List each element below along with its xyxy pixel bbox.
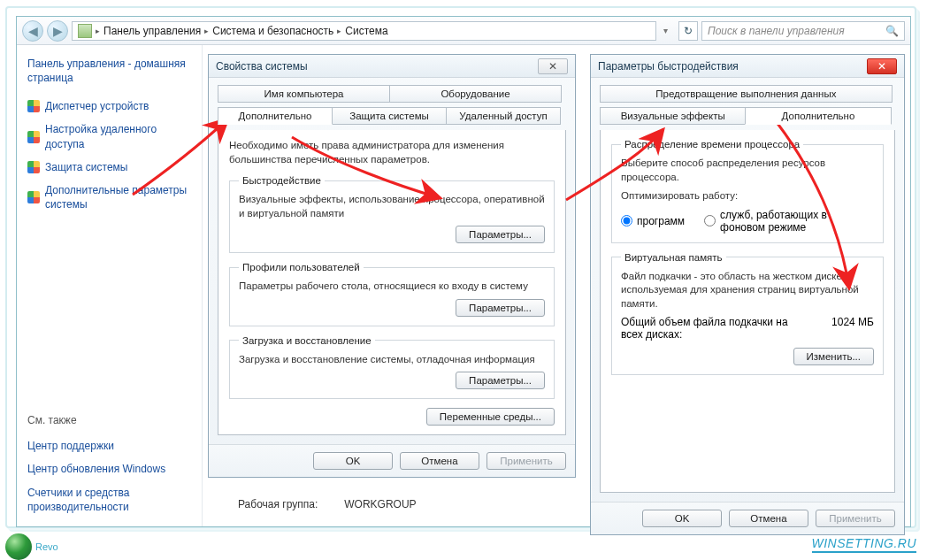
chevron-right-icon: ▸: [204, 27, 209, 35]
startup-recovery-settings-button[interactable]: Параметры...: [456, 372, 545, 389]
search-icon: 🔍: [885, 25, 899, 37]
ok-button[interactable]: OK: [313, 452, 393, 470]
cpu-scheduling-group: Распределение времени процессора Выберит…: [611, 139, 884, 243]
tabs-row-top: Имя компьютера Оборудование: [218, 85, 566, 103]
tab-computer-name[interactable]: Имя компьютера: [218, 85, 390, 103]
tab-remote[interactable]: Удаленный доступ: [446, 107, 561, 125]
radio-programs[interactable]: программ: [621, 215, 685, 227]
user-profiles-desc: Параметры рабочего стола, относящиеся ко…: [239, 280, 545, 294]
control-panel-home-link[interactable]: Панель управления - домашняя страница: [27, 58, 191, 85]
apply-button[interactable]: Применить: [816, 510, 895, 527]
cpu-scheduling-desc: Выберите способ распределения ресурсов п…: [621, 157, 874, 184]
startup-recovery-legend: Загрузка и восстановление: [239, 335, 375, 346]
watermark: WINSETTING.RU: [812, 536, 917, 553]
sidebar-link-action-center[interactable]: Центр поддержки: [27, 439, 191, 453]
sidebar-link-perf-tools[interactable]: Счетчики и средства производительности: [27, 486, 191, 514]
refresh-button[interactable]: ↻: [678, 21, 698, 41]
workgroup-row: Рабочая группа: WORKGROUP: [238, 498, 417, 510]
performance-desc: Визуальные эффекты, использование процес…: [239, 193, 545, 220]
tab-visual-effects[interactable]: Визуальные эффекты: [600, 107, 746, 125]
change-button[interactable]: Изменить...: [793, 348, 874, 365]
body-area: Панель управления - домашняя страница Ди…: [17, 45, 910, 526]
breadcrumb-security[interactable]: Система и безопасность: [212, 25, 333, 37]
dialog-title: Свойства системы: [216, 60, 308, 73]
virtual-memory-group: Виртуальная память Файл подкачки - это о…: [611, 252, 884, 376]
dialog-titlebar: Параметры быстродействия ✕: [591, 55, 904, 78]
startup-recovery-desc: Загрузка и восстановление системы, отлад…: [239, 353, 545, 367]
admin-note: Необходимо иметь права администратора дл…: [229, 139, 555, 166]
virtual-memory-legend: Виртуальная память: [621, 252, 726, 263]
tab-dep[interactable]: Предотвращение выполнения данных: [600, 85, 893, 103]
back-button[interactable]: ◀: [22, 20, 43, 42]
ok-button[interactable]: OK: [642, 510, 722, 527]
control-panel-icon: [78, 24, 92, 38]
sidebar-item-system-protection[interactable]: Защита системы: [27, 160, 191, 174]
dropdown-chevron-icon[interactable]: ▾: [663, 26, 668, 35]
tab-hardware[interactable]: Оборудование: [389, 85, 562, 103]
sidebar-item-advanced-settings[interactable]: Дополнительные параметры системы: [27, 183, 191, 211]
see-also-heading: См. также: [27, 414, 191, 426]
paging-total-value: 1024 МБ: [831, 316, 874, 341]
performance-legend: Быстродействие: [239, 175, 325, 186]
search-placeholder: Поиск в панели управления: [708, 25, 845, 37]
radio-programs-input[interactable]: [621, 215, 632, 226]
shield-icon: [27, 131, 40, 143]
apply-button[interactable]: Применить: [486, 452, 566, 470]
user-profiles-settings-button[interactable]: Параметры...: [456, 299, 545, 317]
tabs-row-top: Предотвращение выполнения данных: [600, 85, 895, 103]
tabs-row-bottom: Визуальные эффекты Дополнительно: [600, 107, 895, 125]
radio-background[interactable]: служб, работающих в фоновом режиме: [704, 209, 874, 234]
sidebar: Панель управления - домашняя страница Ди…: [17, 45, 203, 526]
dialog-footer: OK Отмена Применить: [591, 502, 904, 534]
dialog-titlebar: Свойства системы ✕: [209, 55, 575, 78]
chevron-right-icon: ▸: [96, 27, 100, 35]
workgroup-label: Рабочая группа:: [238, 498, 318, 510]
system-properties-dialog: Свойства системы ✕ Имя компьютера Оборуд…: [208, 54, 576, 478]
forward-button[interactable]: ▶: [47, 20, 68, 42]
main-content: Рабочая группа: WORKGROUP Свойства систе…: [203, 45, 910, 526]
user-profiles-legend: Профили пользователей: [239, 262, 364, 272]
paging-total-label: Общий объем файла подкачки на всех диска…: [621, 316, 807, 341]
dialog-footer: OK Отмена Применить: [209, 444, 575, 477]
cpu-scheduling-legend: Распределение времени процессора: [621, 139, 803, 150]
tab-advanced[interactable]: Дополнительно: [745, 107, 891, 125]
sidebar-item-device-manager[interactable]: Диспетчер устройств: [27, 99, 191, 113]
tab-system-protection[interactable]: Защита системы: [332, 107, 447, 125]
search-input[interactable]: Поиск в панели управления 🔍: [701, 21, 905, 41]
cancel-button[interactable]: Отмена: [400, 452, 479, 470]
user-profiles-group: Профили пользователей Параметры рабочего…: [229, 262, 555, 326]
start-orb-icon[interactable]: [5, 533, 32, 560]
shield-icon: [27, 191, 40, 203]
sidebar-item-remote-settings[interactable]: Настройка удаленного доступа: [27, 122, 191, 150]
tabs-row-bottom: Дополнительно Защита системы Удаленный д…: [218, 107, 566, 125]
close-icon[interactable]: ✕: [867, 58, 897, 74]
environment-variables-button[interactable]: Переменные среды...: [426, 408, 555, 426]
workgroup-value: WORKGROUP: [344, 498, 416, 510]
performance-group: Быстродействие Визуальные эффекты, испол…: [229, 175, 555, 253]
dialog-title: Параметры быстродействия: [598, 60, 739, 73]
performance-options-dialog: Параметры быстродействия ✕ Предотвращени…: [590, 54, 905, 535]
cancel-button[interactable]: Отмена: [729, 510, 808, 527]
address-bar[interactable]: ▸ Панель управления ▸ Система и безопасн…: [72, 21, 656, 41]
shield-icon: [27, 100, 40, 112]
optimize-label: Оптимизировать работу:: [621, 189, 874, 203]
nav-bar: ◀ ▶ ▸ Панель управления ▸ Система и безо…: [17, 17, 910, 45]
sidebar-link-windows-update[interactable]: Центр обновления Windows: [27, 462, 191, 476]
tab-advanced[interactable]: Дополнительно: [218, 107, 333, 125]
breadcrumb-system[interactable]: Система: [345, 25, 387, 37]
chevron-right-icon: ▸: [337, 27, 341, 35]
explorer-window: ◀ ▶ ▸ Панель управления ▸ Система и безо…: [16, 16, 911, 527]
shield-icon: [27, 161, 40, 173]
taskbar-fragment: Revo: [4, 539, 920, 555]
close-icon[interactable]: ✕: [538, 58, 568, 74]
taskbar-app-label[interactable]: Revo: [35, 541, 58, 552]
startup-recovery-group: Загрузка и восстановление Загрузка и вос…: [229, 335, 555, 400]
radio-background-input[interactable]: [704, 215, 716, 226]
breadcrumb-root[interactable]: Панель управления: [103, 25, 201, 37]
performance-settings-button[interactable]: Параметры...: [456, 226, 545, 243]
virtual-memory-desc: Файл подкачки - это область на жестком д…: [621, 270, 874, 311]
